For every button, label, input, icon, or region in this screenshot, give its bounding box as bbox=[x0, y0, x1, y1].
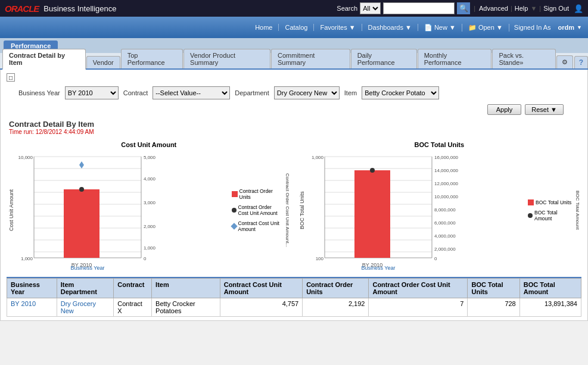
favorites-link[interactable]: Favorites ▼ bbox=[314, 24, 362, 31]
td-business-year: BY 2010 bbox=[7, 298, 57, 317]
svg-text:3,000: 3,000 bbox=[144, 200, 156, 205]
svg-text:1,000: 1,000 bbox=[311, 155, 323, 160]
bi-title: Business Intelligence bbox=[43, 4, 116, 13]
td-contract-cost-unit-amount: 4,757 bbox=[220, 298, 302, 317]
right-legend-item-1: BOC Total Units bbox=[528, 199, 573, 205]
tab-settings-icon[interactable]: ⚙ bbox=[556, 55, 573, 68]
tab-pack-vs-stande[interactable]: Pack vs. Stande» bbox=[492, 49, 555, 68]
user-dropdown-icon[interactable]: ▼ bbox=[577, 24, 582, 30]
td-boc-total-units: 728 bbox=[468, 298, 519, 317]
svg-text:0: 0 bbox=[434, 256, 437, 261]
department-select[interactable]: Dry Grocery New bbox=[274, 86, 340, 99]
open-link[interactable]: 📁 Open ▼ bbox=[462, 24, 509, 32]
th-contract-order-cost: Contract Order Cost Unit Amount bbox=[369, 279, 468, 298]
item-select[interactable]: Betty Crocker Potato bbox=[362, 86, 439, 99]
search-input[interactable] bbox=[383, 2, 455, 14]
svg-text:4,000: 4,000 bbox=[144, 176, 156, 182]
left-dot-cost bbox=[79, 161, 84, 169]
left-chart-y2-axis-label: Contract Order Cost Unit Amount... bbox=[283, 151, 291, 270]
td-item: Betty Crocker Potatoes bbox=[152, 298, 220, 317]
home-link[interactable]: Home bbox=[249, 24, 279, 31]
right-chart-svg: 1,000 100 16,000,000 14,000,000 12,000,0… bbox=[307, 151, 526, 270]
left-chart-svg: 10,000 1,000 5,000 4,000 3,000 2,000 1,0… bbox=[16, 151, 229, 270]
contract-label: Contract bbox=[123, 89, 148, 96]
svg-text:5,000: 5,000 bbox=[144, 155, 156, 160]
search-label: Search bbox=[337, 5, 357, 12]
new-link[interactable]: 📄 New ▼ bbox=[418, 24, 462, 32]
svg-text:100: 100 bbox=[315, 256, 323, 261]
th-contract-order-units: Contract Order Units bbox=[303, 279, 369, 298]
advanced-link[interactable]: Advanced bbox=[479, 5, 508, 12]
th-boc-total-amount: BOC Total Amount bbox=[519, 279, 581, 298]
signout-link[interactable]: Sign Out bbox=[543, 5, 569, 12]
left-legend-item-2: Contract Order Cost Unit Amount bbox=[232, 204, 283, 216]
th-contract: Contract bbox=[114, 279, 152, 298]
search-button[interactable]: 🔍 bbox=[457, 2, 470, 14]
svg-text:2,000,000: 2,000,000 bbox=[434, 247, 456, 252]
th-business-year: Business Year bbox=[7, 279, 57, 298]
td-item-department: Dry Grocery New bbox=[57, 298, 114, 317]
td-contract-order-cost: 7 bbox=[369, 298, 468, 317]
right-dot bbox=[370, 168, 375, 173]
left-bar bbox=[64, 189, 99, 258]
svg-text:12,000,000: 12,000,000 bbox=[434, 181, 459, 186]
nav-divider3: ▼ bbox=[530, 5, 537, 12]
svg-text:1,000: 1,000 bbox=[21, 256, 33, 261]
business-year-select[interactable]: BY 2010 bbox=[65, 86, 119, 99]
tab-monthly-performance[interactable]: Monthly Performance bbox=[418, 49, 492, 68]
contract-select[interactable]: --Select Value-- bbox=[153, 86, 230, 99]
oracle-logo: ORACLE bbox=[5, 4, 39, 14]
td-contract: Contract X bbox=[114, 298, 152, 317]
nav-divider: | bbox=[472, 5, 477, 12]
left-legend-item-3: Contract Cost Unit Amount bbox=[232, 220, 283, 232]
th-item: Item bbox=[152, 279, 220, 298]
svg-text:1,000: 1,000 bbox=[144, 245, 156, 251]
search-scope-select[interactable]: All bbox=[360, 2, 381, 14]
department-label: Department bbox=[235, 89, 269, 96]
tab-vendor-product-summary[interactable]: Vendor Product Summary bbox=[183, 49, 270, 68]
right-chart-title: BOC Total Units bbox=[297, 141, 582, 148]
right-chart-y2-axis-label: BOC Total Amount bbox=[573, 151, 581, 270]
nav-divider2: | bbox=[511, 5, 512, 12]
tab-vendor[interactable]: Vendor bbox=[86, 56, 120, 68]
tab-daily-performance[interactable]: Daily Performance bbox=[351, 49, 417, 68]
left-legend-item-1: Contract Order Units bbox=[232, 188, 283, 200]
tab-help-icon[interactable]: ? bbox=[574, 56, 588, 68]
svg-text:2,000: 2,000 bbox=[144, 224, 156, 229]
tab-contract-detail[interactable]: Contract Detail by Item bbox=[2, 49, 86, 70]
table-row: BY 2010 Dry Grocery New Contract X Betty… bbox=[7, 298, 581, 317]
reset-button[interactable]: Reset ▼ bbox=[525, 104, 564, 115]
collapse-button[interactable]: □ bbox=[7, 73, 15, 82]
dashboards-link[interactable]: Dashboards ▼ bbox=[362, 24, 418, 31]
svg-text:6,000,000: 6,000,000 bbox=[434, 220, 456, 226]
tab-commitment-summary[interactable]: Commitment Summary bbox=[271, 49, 350, 68]
svg-text:16,000,000: 16,000,000 bbox=[434, 155, 459, 160]
th-item-department: Item Department bbox=[57, 279, 114, 298]
svg-text:10,000,000: 10,000,000 bbox=[434, 194, 459, 199]
svg-text:10,000: 10,000 bbox=[18, 155, 33, 160]
catalog-link[interactable]: Catalog bbox=[279, 24, 314, 31]
help-link[interactable]: Help bbox=[515, 5, 528, 12]
svg-text:Business Year: Business Year bbox=[361, 265, 395, 270]
svg-text:8,000,000: 8,000,000 bbox=[434, 207, 456, 213]
left-chart-title: Cost Unit Amount bbox=[7, 141, 291, 148]
report-time: Time run: 12/8/2012 4:44:09 AM bbox=[7, 129, 581, 139]
apply-button[interactable]: Apply bbox=[487, 104, 522, 115]
signed-in-label: Signed In As bbox=[509, 24, 556, 31]
user-icon: 👤 bbox=[574, 4, 583, 13]
tab-top-performance[interactable]: Top Performance bbox=[121, 49, 183, 68]
left-dot-order bbox=[79, 187, 84, 192]
svg-text:0: 0 bbox=[144, 256, 147, 261]
signed-in-user: ordm bbox=[556, 24, 577, 31]
data-table-wrapper: Business Year Item Department Contract I… bbox=[7, 277, 581, 317]
nav-divider4: | bbox=[539, 5, 541, 12]
business-year-label: Business Year bbox=[18, 89, 60, 96]
th-contract-cost-unit-amount: Contract Cost Unit Amount bbox=[220, 279, 302, 298]
table-header-row: Business Year Item Department Contract I… bbox=[7, 279, 581, 298]
svg-text:Business Year: Business Year bbox=[70, 265, 104, 270]
svg-text:4,000,000: 4,000,000 bbox=[434, 233, 456, 239]
th-boc-total-units: BOC Total Units bbox=[468, 279, 519, 298]
td-boc-total-amount: 13,891,384 bbox=[519, 298, 581, 317]
svg-text:14,000,000: 14,000,000 bbox=[434, 168, 459, 173]
item-label: Item bbox=[344, 89, 357, 96]
